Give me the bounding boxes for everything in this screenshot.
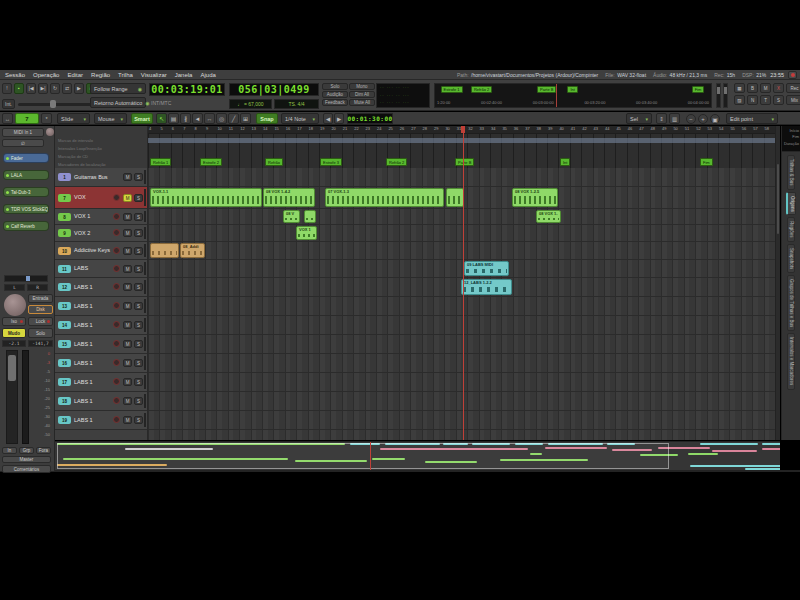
solo-track-button[interactable]: S xyxy=(134,173,143,181)
grab-tool-icon[interactable]: ↖ xyxy=(156,113,167,124)
nudge-back-button[interactable]: ◀ xyxy=(323,113,333,124)
track-name-label[interactable]: LABS 1 xyxy=(74,417,93,423)
mini-marker[interactable]: Estrofe 1 xyxy=(441,86,463,93)
track-lane[interactable] xyxy=(148,316,775,335)
location-marker[interactable]: Refrão 2 xyxy=(386,158,407,166)
menu-item-editar[interactable]: Editar xyxy=(67,72,83,78)
track-lane[interactable] xyxy=(148,260,775,278)
track-filter-icon[interactable]: * xyxy=(41,113,52,124)
tempo-button[interactable]: ♩ = 67,000 xyxy=(229,99,272,109)
record-arm-button[interactable] xyxy=(113,194,120,201)
track-lane[interactable] xyxy=(148,242,775,260)
edit-tool-icon[interactable]: ⊞ xyxy=(240,113,251,124)
mute-track-button[interactable]: M xyxy=(123,173,132,181)
record-arm-button[interactable] xyxy=(113,321,120,328)
track-header-addictive-keys[interactable]: 10Addictive KeysMS xyxy=(55,242,147,260)
solo-track-button[interactable]: S xyxy=(134,378,143,386)
menu-item-sessão[interactable]: Sessão xyxy=(5,72,25,78)
solo-track-button[interactable]: S xyxy=(134,321,143,329)
track-lane[interactable] xyxy=(148,392,775,411)
track-header-labs-1[interactable]: 12LABS 1MS xyxy=(55,278,147,297)
record-arm-button[interactable] xyxy=(113,283,120,290)
follow-range-dropdown[interactable]: Follow Range◉ xyxy=(90,83,146,94)
solo-track-button[interactable]: S xyxy=(134,416,143,424)
audição-button[interactable]: Audição xyxy=(322,91,348,98)
meter-point-in[interactable]: In xyxy=(2,447,17,454)
edit-point-dropdown[interactable]: Edit point▾ xyxy=(726,113,778,124)
region-08-vox-1-2-5[interactable]: 08 VOX 1-2.5 xyxy=(512,188,558,207)
error-log-button[interactable] xyxy=(788,71,797,79)
menu-item-região[interactable]: Região xyxy=(91,72,110,78)
secondary-clock[interactable]: 056|03|0499 xyxy=(229,83,319,96)
sidebar-tab-intervalos-e-marcadores[interactable]: Intervalos e Marcadores xyxy=(787,333,796,389)
sidebar-tab-snapshots[interactable]: Snapshots xyxy=(787,244,796,273)
region-unnamed[interactable] xyxy=(446,188,464,207)
record-arm-button[interactable] xyxy=(113,229,120,236)
pan-thumb[interactable] xyxy=(26,276,30,281)
visible-tracks-box[interactable]: 7 xyxy=(15,113,39,124)
trim-knob[interactable] xyxy=(46,128,54,136)
vertical-scrollbar[interactable] xyxy=(775,126,780,440)
track-name-label[interactable]: VOX xyxy=(74,194,86,200)
solo-track-button[interactable]: S xyxy=(134,247,143,255)
track-name-label[interactable]: LABS 1 xyxy=(74,322,93,328)
location-marker[interactable]: Refrão 1 xyxy=(150,158,171,166)
nudge-forward-button[interactable]: ▶ xyxy=(334,113,344,124)
processor-calf-reverb[interactable]: Calf Reverb xyxy=(3,221,49,231)
zoom-in-button[interactable]: + xyxy=(698,114,708,124)
strip-name-button[interactable]: MIDI In 1 xyxy=(2,128,44,137)
t-button[interactable]: T xyxy=(760,95,771,105)
record-arm-button[interactable] xyxy=(113,265,120,272)
track-name-label[interactable]: LABS 1 xyxy=(74,284,93,290)
solo-track-button[interactable]: S xyxy=(134,265,143,273)
solo-track-button[interactable]: S xyxy=(134,213,143,221)
solo-track-button[interactable]: S xyxy=(134,359,143,367)
play-icon[interactable]: ▶ xyxy=(74,83,84,94)
vertical-zoom-icon[interactable]: ⇕ xyxy=(656,113,667,124)
record-arm-button[interactable] xyxy=(113,378,120,385)
track-lane[interactable] xyxy=(148,335,775,354)
loop-icon[interactable]: ↻ xyxy=(50,83,60,94)
close-button[interactable]: X xyxy=(773,83,784,93)
auto-return-dropdown[interactable]: Retorno Automático◉ xyxy=(90,97,146,108)
clock-source-label[interactable]: INT/MTC xyxy=(151,100,171,106)
solo-track-button[interactable]: S xyxy=(134,194,143,202)
track-name-label[interactable]: LABS 1 xyxy=(74,398,93,404)
track-lane[interactable] xyxy=(148,168,775,187)
jump-icon[interactable]: ⇄ xyxy=(62,83,72,94)
playhead[interactable] xyxy=(463,126,464,440)
track-header-vox[interactable]: 7VOXMS xyxy=(55,187,147,209)
location-marker[interactable]: Refrão xyxy=(265,158,283,166)
solo-button[interactable]: Solo xyxy=(322,83,348,90)
record-arm-button[interactable] xyxy=(113,247,120,254)
expand-tracks-icon[interactable]: ↔ xyxy=(2,113,13,124)
region-09-labs-midi[interactable]: 09 LABS MIDI xyxy=(464,261,509,276)
track-header-labs-1[interactable]: 16LABS 1MS xyxy=(55,354,147,373)
region-vox-1[interactable]: VOX 1 xyxy=(296,226,317,240)
mute-button[interactable]: Mudo xyxy=(2,328,26,338)
track-name-label[interactable]: Guitarras Bus xyxy=(74,174,108,180)
shuttle-slider[interactable] xyxy=(18,103,99,106)
track-header-vox-1[interactable]: 8VOX 1MS xyxy=(55,209,147,225)
track-name-label[interactable]: LABS 1 xyxy=(74,303,93,309)
track-lane[interactable] xyxy=(148,411,775,430)
record-arm-button[interactable] xyxy=(113,302,120,309)
audition-tool-icon[interactable]: ◄ xyxy=(192,113,203,124)
region-07-vox-1-3[interactable]: 07 VOX-1.3 xyxy=(325,188,444,207)
mini-marker[interactable]: Parte B xyxy=(537,86,556,93)
region-08-addi[interactable]: 08_Addi xyxy=(180,243,205,258)
disk-button[interactable]: Disk xyxy=(28,305,53,314)
menu-item-trilha[interactable]: Trilha xyxy=(118,72,133,78)
sidebar-tab-trilhas-bus[interactable]: Trilhas & Bus xyxy=(787,155,796,190)
fader-handle[interactable] xyxy=(8,355,16,381)
mute-track-button[interactable]: M xyxy=(123,359,132,367)
sidebar-tab-origens[interactable]: Origens xyxy=(786,192,796,216)
location-marker[interactable]: Estrofe 3 xyxy=(320,158,342,166)
record-arm-button[interactable] xyxy=(113,416,120,423)
int-button[interactable]: Int. xyxy=(2,99,15,109)
meter-point-grp[interactable]: Grp xyxy=(19,447,34,454)
location-marker[interactable]: Int xyxy=(560,158,570,166)
mute-track-button[interactable]: M xyxy=(123,213,132,221)
goto-start-icon[interactable]: |◀ xyxy=(26,83,36,94)
mix-window-button[interactable]: Mix xyxy=(786,95,800,105)
